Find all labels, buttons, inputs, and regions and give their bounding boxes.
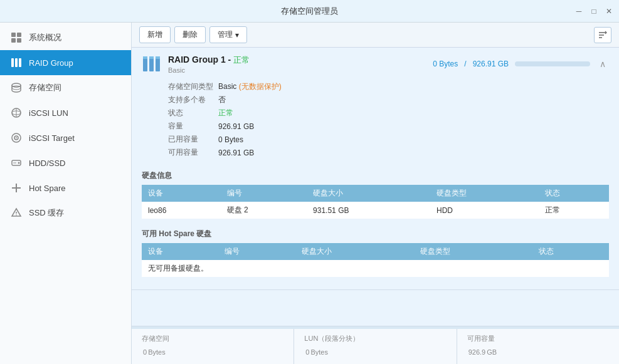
detail-row-used: 已用容量 0 Bytes: [168, 133, 609, 146]
sidebar-item-label: iSCSI Target: [29, 133, 75, 143]
detail-label-status: 状态: [168, 108, 218, 118]
raid-header: RAID Group 1 - 正常 Basic 0 Bytes / 926.91…: [132, 48, 619, 78]
system-overview-icon: [10, 31, 23, 44]
dropdown-arrow-icon: ▾: [235, 31, 239, 39]
col-number: 编号: [221, 185, 307, 202]
manage-label: 管理: [218, 29, 233, 40]
disk-table-row: leo86 硬盘 2 931.51 GB HDD 正常: [142, 202, 609, 219]
hot-spare-table: 设备 编号 硬盘大小 硬盘类型 状态 无可用备援硬盘。: [142, 243, 609, 277]
maximize-btn[interactable]: □: [589, 6, 599, 16]
col-size: 硬盘大小: [307, 185, 430, 202]
summary-unit-lun: Bytes: [310, 348, 328, 356]
cell-device: leo86: [142, 202, 221, 219]
hs-col-type: 硬盘类型: [414, 243, 532, 260]
summary-val-storage: 0: [143, 348, 147, 356]
sidebar-item-storage-space[interactable]: 存储空间: [0, 75, 131, 100]
content-area: 新增 删除 管理 ▾: [132, 23, 619, 364]
hs-col-number: 编号: [218, 243, 295, 260]
svg-rect-3: [17, 38, 21, 43]
detail-section: 存储空间类型 Basic (无数据保护) 支持多个卷 否 状态 正常 容量 92…: [132, 78, 619, 165]
sidebar-item-label: 系统概况: [29, 32, 61, 43]
storage-space-icon: [10, 81, 23, 94]
cell-status: 正常: [539, 202, 609, 219]
cell-size: 931.51 GB: [307, 202, 430, 219]
raid-group-icon: [10, 56, 23, 69]
sidebar-item-raid-group[interactable]: RAID Group: [0, 50, 131, 75]
sidebar-item-label: SSD 缓存: [29, 207, 64, 219]
summary-items: 存储空间 0Bytes LUN（段落分块） 0Bytes 可用容量 926.9G…: [132, 329, 619, 364]
sidebar-item-hdd-ssd[interactable]: HDD/SSD: [0, 150, 131, 175]
summary-label-lun: LUN（段落分块）: [304, 334, 446, 343]
raid-header-left: RAID Group 1 - 正常 Basic: [142, 54, 250, 74]
svg-rect-19: [12, 187, 21, 189]
titlebar: 存储空间管理员 ─ □ ✕: [0, 0, 619, 23]
sidebar-item-hot-spare[interactable]: Hot Spare: [0, 175, 131, 200]
disk-table: 设备 编号 硬盘大小 硬盘类型 状态 leo86 硬盘 2 93: [142, 185, 609, 219]
sidebar-item-iscsi-lun[interactable]: iSCSI LUN: [0, 100, 131, 125]
card-spacer: [132, 282, 619, 289]
hs-col-size: 硬盘大小: [295, 243, 414, 260]
hdd-ssd-icon: [10, 157, 23, 169]
col-type: 硬盘类型: [430, 185, 539, 202]
detail-label-capacity: 容量: [168, 121, 218, 132]
toolbar: 新增 删除 管理 ▾: [132, 23, 619, 48]
app-title: 存储空间管理员: [281, 6, 338, 17]
detail-label-type: 存储空间类型: [168, 81, 218, 92]
raid-subtitle: Basic: [168, 66, 250, 74]
summary-item-lun: LUN（段落分块） 0Bytes: [294, 329, 457, 364]
disk-info-title: 硬盘信息: [142, 170, 609, 181]
collapse-button[interactable]: ∧: [596, 58, 609, 70]
sidebar-item-system-overview[interactable]: 系统概况: [0, 25, 131, 50]
detail-row-capacity: 容量 926.91 GB: [168, 120, 609, 133]
detail-row-status: 状态 正常: [168, 107, 609, 120]
svg-rect-5: [15, 58, 18, 67]
summary-label-available: 可用容量: [467, 334, 609, 343]
raid-title-line: RAID Group 1 - 正常: [168, 55, 250, 66]
minimize-btn[interactable]: ─: [574, 6, 584, 16]
raid-capacity-sep: /: [464, 60, 466, 68]
svg-rect-1: [17, 33, 21, 37]
svg-point-22: [16, 214, 17, 216]
svg-rect-29: [143, 56, 147, 59]
scroll-content[interactable]: RAID Group 1 - 正常 Basic 0 Bytes / 926.91…: [132, 48, 619, 326]
sidebar: 系统概况 RAID Group 存储空间: [0, 23, 132, 364]
disk-table-header-row: 设备 编号 硬盘大小 硬盘类型 状态: [142, 185, 609, 202]
delete-button[interactable]: 删除: [174, 26, 206, 43]
hot-spare-empty-row: 无可用备援硬盘。: [142, 260, 609, 277]
hot-spare-header-row: 设备 编号 硬盘大小 硬盘类型 状态: [142, 243, 609, 260]
svg-rect-4: [11, 58, 14, 67]
raid-name: RAID Group 1: [168, 55, 226, 65]
svg-point-14: [16, 137, 17, 138]
toolbar-right: [594, 27, 611, 43]
svg-rect-0: [11, 33, 16, 37]
col-device: 设备: [142, 185, 221, 202]
summary-val-lun: 0: [305, 348, 309, 356]
sidebar-item-ssd-cache[interactable]: SSD 缓存: [0, 200, 131, 226]
detail-row-available: 可用容量 926.91 GB: [168, 146, 609, 159]
raid-capacity-total: 926.91 GB: [473, 60, 509, 68]
summary-label-storage: 存储空间: [142, 334, 283, 343]
svg-rect-6: [19, 58, 21, 67]
hot-spare-icon: [10, 182, 23, 194]
summary-val-available: 926.9: [468, 348, 486, 356]
detail-value-type: Basic (无数据保护): [218, 81, 282, 92]
hs-col-status: 状态: [532, 243, 609, 260]
close-btn[interactable]: ✕: [604, 6, 614, 16]
summary-bar: 存储空间 0Bytes LUN（段落分块） 0Bytes 可用容量 926.9G…: [132, 326, 619, 364]
detail-value-capacity: 926.91 GB: [218, 122, 254, 131]
cell-type: HDD: [430, 202, 539, 219]
manage-button[interactable]: 管理 ▾: [209, 26, 247, 43]
detail-label-multivolume: 支持多个卷: [168, 95, 218, 105]
new-button[interactable]: 新增: [139, 26, 171, 43]
sort-button[interactable]: [594, 27, 611, 43]
detail-value-status: 正常: [218, 108, 233, 118]
iscsi-target-icon: [10, 132, 23, 144]
hot-spare-title: 可用 Hot Spare 硬盘: [142, 229, 609, 239]
sidebar-item-label: Hot Spare: [29, 184, 66, 193]
detail-value-used: 0 Bytes: [218, 135, 243, 144]
raid-progress-bar: [515, 61, 590, 66]
sidebar-item-label: RAID Group: [29, 58, 73, 68]
detail-row-multivolume: 支持多个卷 否: [168, 93, 609, 107]
sidebar-item-iscsi-target[interactable]: iSCSI Target: [0, 125, 131, 150]
col-status: 状态: [539, 185, 609, 202]
